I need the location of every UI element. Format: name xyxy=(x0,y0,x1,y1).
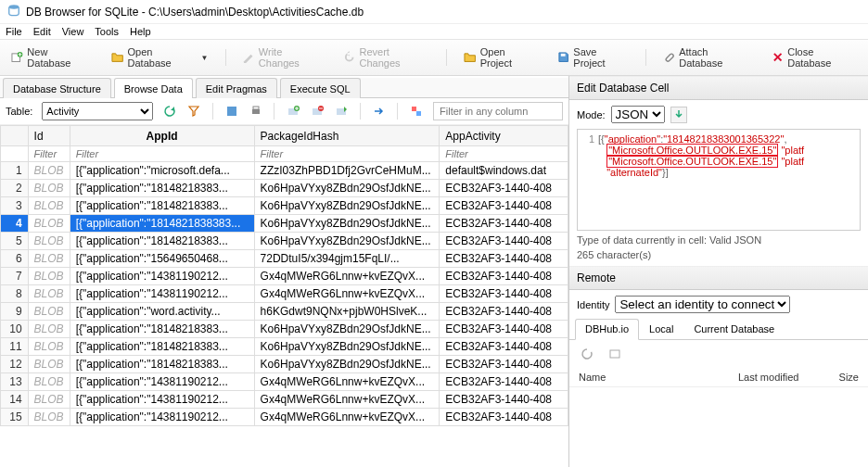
cell-act[interactable]: ECB32AF3-1440-408 xyxy=(440,321,568,338)
cell-pkg[interactable]: Ko6HpaVYxy8ZBdn29OsfJdkNE... xyxy=(254,215,440,233)
cell-pkg[interactable]: 72DDtuI5/x394gjm15FqLI/... xyxy=(254,250,440,268)
cell-appid[interactable]: [{"application":"18148218383... xyxy=(70,197,254,215)
tab-database-structure[interactable]: Database Structure xyxy=(3,78,111,98)
filter-any-column[interactable] xyxy=(433,102,563,120)
row-number[interactable]: 8 xyxy=(1,285,29,303)
cell-id[interactable]: BLOB xyxy=(28,233,70,250)
cell-id[interactable]: BLOB xyxy=(28,303,70,321)
cell-act[interactable]: ECB32AF3-1440-408 xyxy=(440,250,568,268)
cell-pkg[interactable]: Ko6HpaVYxy8ZBdn29OsfJdkNE... xyxy=(254,338,440,356)
cell-pkg[interactable]: Gx4qMWeRG6Lnnw+kvEZQvX... xyxy=(254,268,440,285)
cell-id[interactable]: BLOB xyxy=(28,285,70,303)
cell-id[interactable]: BLOB xyxy=(28,321,70,338)
mode-select[interactable]: JSON xyxy=(611,106,665,123)
row-number[interactable]: 9 xyxy=(1,303,29,321)
menu-edit[interactable]: Edit xyxy=(33,26,51,37)
cell-id[interactable]: BLOB xyxy=(28,373,70,391)
cell-appid[interactable]: [{"application":"14381190212... xyxy=(70,373,254,391)
cell-act[interactable]: ECB32AF3-1440-408 xyxy=(440,233,568,250)
filter-appid[interactable] xyxy=(70,146,254,161)
row-number[interactable]: 7 xyxy=(1,268,29,285)
attach-database-button[interactable]: Attach Database xyxy=(657,44,757,71)
apply-button[interactable] xyxy=(670,107,687,123)
cell-pkg[interactable]: Gx4qMWeRG6Lnnw+kvEZQvX... xyxy=(254,373,440,391)
cell-id[interactable]: BLOB xyxy=(28,250,70,268)
remote-tab-current[interactable]: Current Database xyxy=(683,319,785,339)
filter-act[interactable] xyxy=(440,146,568,161)
row-number[interactable]: 2 xyxy=(1,180,29,197)
row-number[interactable]: 6 xyxy=(1,250,29,268)
row-number[interactable]: 13 xyxy=(1,373,29,391)
cell-act[interactable]: ECB32AF3-1440-408 xyxy=(440,303,568,321)
cell-pkg[interactable]: Ko6HpaVYxy8ZBdn29OsfJdkNE... xyxy=(254,180,440,197)
cell-pkg[interactable]: Gx4qMWeRG6Lnnw+kvEZQvX... xyxy=(254,285,440,303)
table-select[interactable]: Activity xyxy=(42,102,153,120)
cell-pkg[interactable]: h6KGdwt9NQNx+pjbW0HSlveK... xyxy=(254,303,440,321)
cell-pkg[interactable]: Ko6HpaVYxy8ZBdn29OsfJdkNE... xyxy=(254,197,440,215)
insert-values-button[interactable] xyxy=(334,103,349,120)
add-record-button[interactable] xyxy=(286,103,300,120)
save-project-button[interactable]: Save Project xyxy=(552,44,634,71)
conditional-format-button[interactable] xyxy=(409,103,424,120)
refresh-button[interactable] xyxy=(162,103,177,120)
cell-id[interactable]: BLOB xyxy=(28,409,70,426)
row-number[interactable]: 12 xyxy=(1,356,29,373)
remote-refresh-button[interactable] xyxy=(579,346,595,362)
menu-view[interactable]: View xyxy=(62,26,84,37)
row-number[interactable]: 5 xyxy=(1,233,29,250)
tab-browse-data[interactable]: Browse Data xyxy=(114,78,193,98)
cell-id[interactable]: BLOB xyxy=(28,268,70,285)
cell-act[interactable]: ECB32AF3-1440-408 xyxy=(440,409,568,426)
col-appactivity[interactable]: AppActivity xyxy=(440,126,568,146)
cell-id[interactable]: BLOB xyxy=(28,391,70,409)
close-database-button[interactable]: Close Database xyxy=(766,44,862,71)
delete-record-button[interactable] xyxy=(310,103,325,120)
tab-execute-sql[interactable]: Execute SQL xyxy=(280,78,361,98)
row-number[interactable]: 4 xyxy=(1,215,29,233)
cell-id[interactable]: BLOB xyxy=(28,356,70,373)
cell-act[interactable]: ECB32AF3-1440-408 xyxy=(440,356,568,373)
open-project-button[interactable]: Open Project xyxy=(458,44,542,71)
json-editor[interactable]: 1[{"application":"18148218383001365322",… xyxy=(577,129,861,231)
cell-appid[interactable]: [{"application":"18148218383... xyxy=(70,233,254,250)
remote-col-name[interactable]: Name xyxy=(579,372,738,383)
cell-act[interactable]: ECB32AF3-1440-408 xyxy=(440,285,568,303)
col-appid[interactable]: AppId xyxy=(70,126,254,146)
cell-appid[interactable]: [{"application":"14381190212... xyxy=(70,391,254,409)
clear-filters-button[interactable] xyxy=(186,103,201,120)
row-number[interactable]: 14 xyxy=(1,391,29,409)
row-number[interactable]: 1 xyxy=(1,162,29,180)
cell-pkg[interactable]: Ko6HpaVYxy8ZBdn29OsfJdkNE... xyxy=(254,233,440,250)
cell-pkg[interactable]: ZZzI03ZhPBD1Dfj2GvrCeHMuM... xyxy=(254,162,440,180)
cell-appid[interactable]: [{"application":"1814821838383... xyxy=(70,215,254,233)
row-number[interactable]: 10 xyxy=(1,321,29,338)
menu-file[interactable]: File xyxy=(6,26,22,37)
cell-appid[interactable]: [{"application":"18148218383... xyxy=(70,356,254,373)
cell-appid[interactable]: [{"application":"18148218383... xyxy=(70,321,254,338)
tab-edit-pragmas[interactable]: Edit Pragmas xyxy=(196,78,277,98)
cell-id[interactable]: BLOB xyxy=(28,338,70,356)
row-number[interactable]: 11 xyxy=(1,338,29,356)
cell-id[interactable]: BLOB xyxy=(28,180,70,197)
cell-act[interactable]: ECB32AF3-1440-408 xyxy=(440,197,568,215)
cell-appid[interactable]: [{"application":"word.activity... xyxy=(70,303,254,321)
cell-appid[interactable]: [{"application":"14381190212... xyxy=(70,268,254,285)
cell-act[interactable]: ECB32AF3-1440-408 xyxy=(440,215,568,233)
cell-pkg[interactable]: Gx4qMWeRG6Lnnw+kvEZQvX... xyxy=(254,391,440,409)
cell-appid[interactable]: [{"application":"18148218383... xyxy=(70,180,254,197)
cell-appid[interactable]: [{"application":"microsoft.defa... xyxy=(70,162,254,180)
cell-act[interactable]: ECB32AF3-1440-408 xyxy=(440,268,568,285)
cell-id[interactable]: BLOB xyxy=(28,197,70,215)
filter-id[interactable] xyxy=(29,146,70,161)
remote-tab-dbhub[interactable]: DBHub.io xyxy=(575,319,639,340)
remote-col-lm[interactable]: Last modified xyxy=(738,372,822,383)
menu-tools[interactable]: Tools xyxy=(95,26,119,37)
cell-pkg[interactable]: Ko6HpaVYxy8ZBdn29OsfJdkNE... xyxy=(254,321,440,338)
remote-col-size[interactable]: Size xyxy=(822,372,859,383)
cell-act[interactable]: ECB32AF3-1440-408 xyxy=(440,391,568,409)
col-packageidhash[interactable]: PackageIdHash xyxy=(254,126,440,146)
cell-appid[interactable]: [{"application":"14381190212... xyxy=(70,409,254,426)
col-id[interactable]: Id xyxy=(28,126,70,146)
row-number[interactable]: 3 xyxy=(1,197,29,215)
cell-pkg[interactable]: Ko6HpaVYxy8ZBdn29OsfJdkNE... xyxy=(254,356,440,373)
